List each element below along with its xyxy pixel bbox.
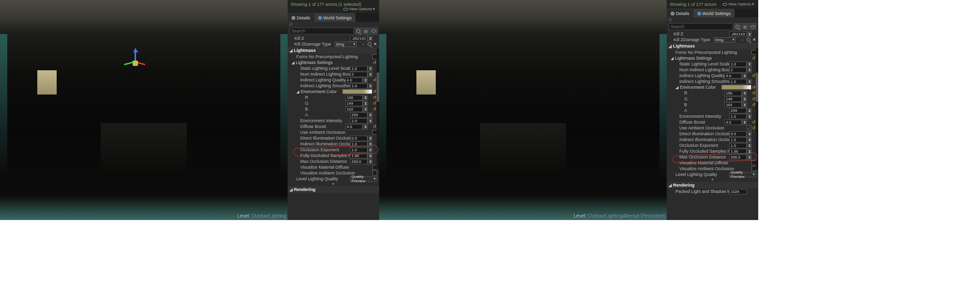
property-scroll[interactable]: Kill Z Kill ZDamage TypeDmg←✕ ◢Lightmass… — [667, 31, 758, 220]
scrollbar-thumb[interactable] — [756, 73, 758, 102]
r-input[interactable] — [724, 91, 742, 96]
clear-icon[interactable]: ✕ — [373, 42, 377, 47]
a-input[interactable] — [729, 108, 747, 113]
spinner-icon[interactable] — [368, 36, 372, 41]
env-intensity-input[interactable] — [350, 118, 368, 124]
spinner-icon[interactable] — [363, 107, 368, 112]
search-icon[interactable] — [355, 28, 362, 34]
spinner-icon[interactable] — [363, 101, 368, 106]
env-color-header[interactable]: ◢Environment Color↺ — [667, 84, 758, 90]
spinner-icon[interactable] — [742, 120, 747, 125]
env-color-header[interactable]: ◢Environment Color↺ — [288, 89, 379, 95]
viewport-left[interactable]: Level:OutdoorLighting — [0, 0, 288, 220]
eye-toggle-icon[interactable] — [370, 28, 377, 34]
kill-z-damage-dropdown[interactable]: Dmg — [335, 42, 357, 47]
b-input[interactable] — [345, 107, 363, 112]
max-ao-input[interactable] — [729, 155, 747, 160]
clear-icon[interactable]: ✕ — [752, 37, 756, 42]
browse-icon[interactable]: ← — [741, 38, 745, 42]
tab-world-settings[interactable]: World Settings — [314, 13, 355, 22]
spinner-icon[interactable] — [368, 159, 372, 164]
spinner-icon[interactable] — [363, 124, 368, 129]
gizmo-center[interactable] — [133, 61, 138, 66]
filter-icon[interactable]: ▤ — [742, 23, 749, 30]
spinner-icon[interactable] — [368, 153, 372, 158]
smoothness-input[interactable] — [729, 79, 747, 84]
view-options-button[interactable]: View Options▾ — [722, 2, 755, 6]
spinner-icon[interactable] — [742, 102, 747, 108]
property-scroll[interactable]: Kill Z Kill ZDamage TypeDmg←✕ ◢Lightmass… — [288, 35, 379, 220]
search-input[interactable] — [290, 28, 354, 34]
smoothness-input[interactable] — [350, 83, 368, 89]
lightmass-section[interactable]: ◢Lightmass — [288, 47, 379, 54]
spinner-icon[interactable] — [368, 136, 372, 141]
find-icon[interactable] — [368, 42, 371, 46]
spinner-icon[interactable] — [363, 95, 368, 100]
spinner-icon[interactable] — [368, 66, 372, 71]
view-options-button[interactable]: View Options▾ — [343, 7, 376, 11]
grid-toggle[interactable] — [667, 17, 758, 22]
kill-z-input[interactable] — [350, 36, 368, 41]
find-icon[interactable] — [747, 38, 750, 42]
rendering-section[interactable]: ◢Rendering — [667, 182, 758, 189]
browse-icon[interactable]: ← — [362, 42, 366, 47]
spinner-icon[interactable] — [747, 149, 751, 154]
tab-details[interactable]: Details — [288, 13, 314, 22]
ao-exp-input[interactable] — [350, 147, 368, 153]
lightmass-section[interactable]: ◢Lightmass — [667, 43, 758, 49]
tab-world-settings[interactable]: World Settings — [693, 9, 735, 17]
filter-icon[interactable]: ▤ — [363, 28, 369, 34]
diffuse-boost-input[interactable] — [345, 124, 363, 129]
g-input[interactable] — [724, 96, 742, 102]
spinner-icon[interactable] — [368, 72, 372, 77]
eye-toggle-icon[interactable] — [750, 23, 756, 30]
viewport-right[interactable]: Level:OutdoorLightingAttempt (Persistent… — [379, 0, 667, 220]
bounces-input[interactable] — [350, 72, 368, 77]
level-quality-dropdown[interactable]: Quality Preview — [729, 172, 756, 177]
direct-ao-input[interactable] — [729, 131, 747, 137]
transform-gizmo[interactable] — [126, 48, 145, 68]
static-scale-input[interactable] — [350, 66, 368, 71]
lightmass-settings-header[interactable]: ◢Lightmass Settings↺ — [288, 60, 379, 65]
spinner-icon[interactable] — [747, 131, 751, 137]
quality-input[interactable] — [345, 78, 363, 83]
level-quality-dropdown[interactable]: Quality Preview — [350, 176, 377, 182]
max-ao-input[interactable] — [350, 159, 368, 164]
spinner-icon[interactable] — [747, 32, 751, 37]
spinner-icon[interactable] — [363, 78, 368, 83]
grid-toggle[interactable] — [288, 22, 379, 27]
static-scale-input[interactable] — [729, 62, 747, 67]
diffuse-boost-input[interactable] — [724, 120, 742, 125]
spinner-icon[interactable] — [747, 155, 751, 160]
kill-z-input[interactable] — [729, 32, 747, 37]
use-ao-checkbox[interactable] — [747, 126, 751, 130]
color-swatch[interactable] — [342, 89, 372, 94]
direct-ao-input[interactable] — [350, 136, 368, 141]
quality-input[interactable] — [724, 73, 742, 79]
kill-z-damage-dropdown[interactable]: Dmg — [714, 37, 736, 43]
b-input[interactable] — [724, 102, 742, 108]
fully-occ-input[interactable] — [729, 149, 747, 154]
r-input[interactable] — [345, 95, 363, 100]
scrollbar[interactable] — [756, 48, 758, 170]
indirect-ao-input[interactable] — [729, 137, 747, 142]
ao-exp-input[interactable] — [729, 143, 747, 148]
rendering-section[interactable]: ◢Rendering — [288, 186, 379, 193]
a-input[interactable] — [350, 112, 368, 118]
spinner-icon[interactable] — [742, 96, 747, 102]
spinner-icon[interactable] — [368, 112, 372, 118]
g-input[interactable] — [345, 101, 363, 106]
spinner-icon[interactable] — [747, 62, 751, 67]
indirect-ao-input[interactable] — [350, 142, 368, 147]
spinner-icon[interactable] — [368, 147, 372, 153]
spinner-icon[interactable] — [742, 91, 747, 96]
spinner-icon[interactable] — [747, 137, 751, 142]
spinner-icon[interactable] — [747, 114, 751, 119]
search-icon[interactable] — [734, 23, 741, 30]
spinner-icon[interactable] — [747, 67, 751, 73]
spinner-icon[interactable] — [742, 73, 747, 79]
fully-occ-input[interactable] — [350, 153, 368, 158]
spinner-icon[interactable] — [747, 143, 751, 148]
spinner-icon[interactable] — [747, 108, 751, 113]
env-intensity-input[interactable] — [729, 114, 747, 119]
